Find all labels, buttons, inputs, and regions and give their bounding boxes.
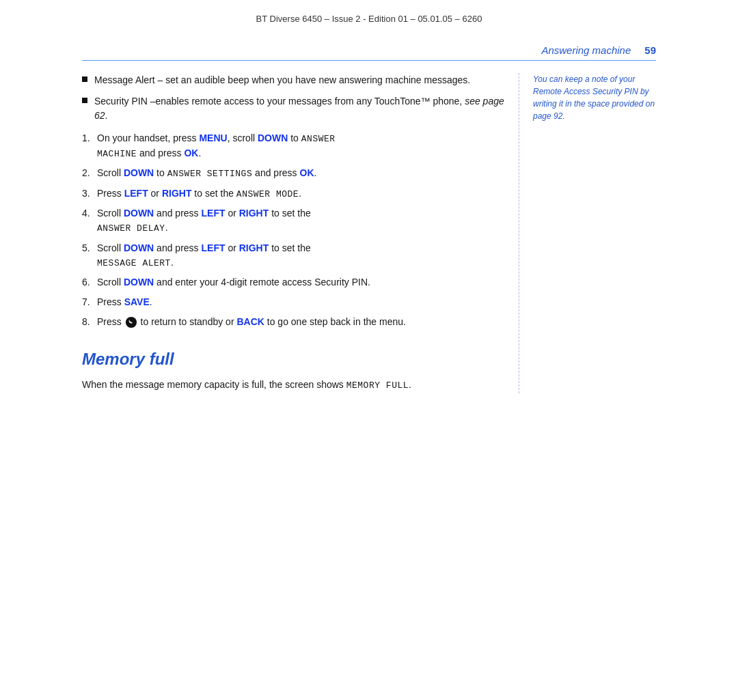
list-item: 1. On your handset, press MENU, scroll D… bbox=[82, 131, 505, 160]
list-item: 8. Press to return to standby or BACK to… bbox=[82, 315, 505, 329]
content-layout: Message Alert – set an audible beep when… bbox=[82, 73, 656, 393]
step-number: 3. bbox=[82, 186, 97, 201]
step-text: Press SAVE. bbox=[97, 295, 152, 309]
keyword-left: LEFT bbox=[202, 208, 226, 219]
step-text: Press LEFT or RIGHT to set the ANSWER MO… bbox=[97, 186, 301, 201]
step-number: 5. bbox=[82, 241, 97, 255]
step-text: Press to return to standby or BACK to go… bbox=[97, 315, 406, 329]
memory-full-section: Memory full When the message memory capa… bbox=[82, 350, 505, 393]
keyword-ok: OK bbox=[300, 167, 314, 178]
step-text: Scroll DOWN to ANSWER SETTINGS and press… bbox=[97, 166, 316, 181]
keyword-ok: OK bbox=[184, 148, 198, 158]
step-number: 4. bbox=[82, 206, 97, 221]
list-item: Security PIN –enables remote access to y… bbox=[82, 94, 505, 123]
keyword-down: DOWN bbox=[124, 167, 154, 178]
step-number: 6. bbox=[82, 275, 97, 290]
keyword-right: RIGHT bbox=[239, 242, 269, 253]
phone-icon bbox=[125, 316, 137, 328]
memory-full-title: Memory full bbox=[82, 350, 505, 369]
keyword-menu: MENU bbox=[199, 132, 227, 143]
page-header: BT Diverse 6450 – Issue 2 - Edition 01 –… bbox=[82, 14, 656, 24]
keyword-right: RIGHT bbox=[239, 208, 269, 219]
step-text: On your handset, press MENU, scroll DOWN… bbox=[97, 131, 336, 160]
memory-full-mono: MEMORY FULL bbox=[346, 380, 409, 391]
section-header-bar: Answering machine 59 bbox=[82, 44, 656, 61]
memory-full-description: When the message memory capacity is full… bbox=[82, 377, 505, 393]
header-title: BT Diverse 6450 – Issue 2 - Edition 01 –… bbox=[256, 14, 482, 24]
keyword-back: BACK bbox=[236, 316, 264, 327]
mono-text: ANSWER MODE bbox=[236, 189, 299, 199]
sidebar-note: You can keep a note of your Remote Acces… bbox=[533, 74, 655, 121]
numbered-steps: 1. On your handset, press MENU, scroll D… bbox=[82, 131, 505, 329]
keyword-left: LEFT bbox=[124, 188, 148, 199]
step-number: 8. bbox=[82, 315, 97, 329]
bullet-text-2: Security PIN –enables remote access to y… bbox=[94, 94, 505, 123]
bullet-icon bbox=[82, 76, 87, 82]
keyword-down: DOWN bbox=[124, 277, 154, 288]
step-number: 7. bbox=[82, 295, 97, 309]
keyword-save: SAVE bbox=[124, 296, 150, 307]
step-text: Scroll DOWN and enter your 4-digit remot… bbox=[97, 275, 370, 290]
main-content: Message Alert – set an audible beep when… bbox=[82, 73, 519, 393]
step-text: Scroll DOWN and press LEFT or RIGHT to s… bbox=[97, 241, 311, 270]
keyword-down: DOWN bbox=[124, 242, 154, 253]
step-number: 2. bbox=[82, 166, 97, 180]
list-item: Message Alert – set an audible beep when… bbox=[82, 73, 505, 87]
keyword-down: DOWN bbox=[124, 208, 154, 219]
keyword-down: DOWN bbox=[258, 132, 288, 143]
mono-text: ANSWER SETTINGS bbox=[167, 169, 253, 179]
bullet-list: Message Alert – set an audible beep when… bbox=[82, 73, 505, 123]
keyword-right: RIGHT bbox=[162, 188, 192, 199]
step-number: 1. bbox=[82, 131, 97, 145]
step-text: Scroll DOWN and press LEFT or RIGHT to s… bbox=[97, 206, 311, 236]
list-item: 7. Press SAVE. bbox=[82, 295, 505, 309]
bullet-icon bbox=[82, 98, 87, 103]
section-title: Answering machine bbox=[541, 44, 631, 56]
list-item: 2. Scroll DOWN to ANSWER SETTINGS and pr… bbox=[82, 166, 505, 181]
list-item: 6. Scroll DOWN and enter your 4-digit re… bbox=[82, 275, 505, 290]
page-number: 59 bbox=[644, 44, 656, 56]
list-item: 5. Scroll DOWN and press LEFT or RIGHT t… bbox=[82, 241, 505, 270]
keyword-left: LEFT bbox=[202, 242, 226, 253]
mono-text: ANSWER DELAY bbox=[97, 223, 165, 234]
list-item: 4. Scroll DOWN and press LEFT or RIGHT t… bbox=[82, 206, 505, 236]
page-container: BT Diverse 6450 – Issue 2 - Edition 01 –… bbox=[62, 0, 676, 700]
memory-full-desc-before: When the message memory capacity is full… bbox=[82, 379, 346, 390]
mono-text: MESSAGE ALERT bbox=[97, 258, 171, 268]
memory-full-desc-after: . bbox=[409, 379, 411, 390]
sidebar: You can keep a note of your Remote Acces… bbox=[519, 73, 656, 393]
list-item: 3. Press LEFT or RIGHT to set the ANSWER… bbox=[82, 186, 505, 201]
bullet-text-1: Message Alert – set an audible beep when… bbox=[94, 73, 470, 87]
